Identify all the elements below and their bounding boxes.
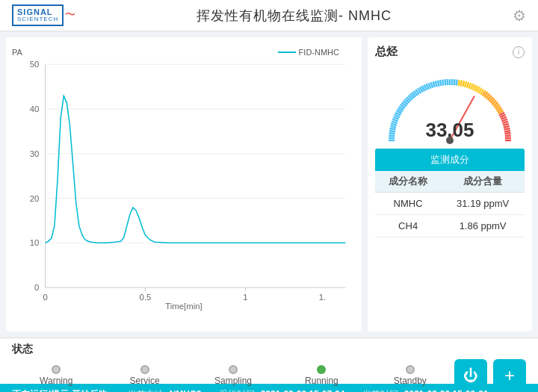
svg-line-24 [389,131,395,131]
table-cell-value: 31.19 ppmV [441,193,525,215]
gauge-title-row: 总烃 i [375,45,525,59]
svg-line-27 [391,124,397,125]
gauge-title: 总烃 [375,45,398,59]
table-header: 监测成分 [375,149,525,171]
footer-current-time: 当前时间: 2021-03-20 15:09:31 [362,388,488,393]
status-dot-standby [406,365,415,374]
status-item-running: Running [277,365,365,386]
gauge-section: 总烃 i [368,37,532,149]
svg-line-57 [442,80,443,86]
table-row: NMHC 31.19 ppmV [375,193,525,215]
chart-legend: FID-NMHC [278,48,339,57]
logo-scientech: SCIENTECH [17,16,58,23]
svg-line-52 [431,82,433,88]
table-col-name: 成分名称 [375,171,441,193]
table-cell-name: NMHC [375,193,441,215]
footer-sample-label: 采样时间: [219,388,257,393]
svg-line-64 [459,80,460,86]
status-dot-warning [52,365,61,374]
svg-line-63 [457,80,457,86]
y-axis-label: PA [12,48,22,57]
legend-label: FID-NMHC [299,48,339,57]
table-cell-name: CH4 [375,215,441,237]
status-dot-running [317,365,326,374]
svg-line-98 [505,136,511,137]
footer-current-label: 当前时间: [362,388,401,393]
svg-text:40: 40 [30,105,40,113]
status-text-warning: Warning [40,376,72,386]
right-panel: 总烃 i [368,37,532,332]
svg-text:Time[min]: Time[min] [165,302,202,311]
header: SIGNAL SCIENTECH 〜 挥发性有机物在线监测- NMHC ⚙ [0,0,538,31]
footer-sample-value: 2021-03-20 15:07:24 [261,389,345,392]
svg-line-54 [436,81,437,87]
svg-line-25 [390,128,396,130]
power-button[interactable]: ⏻ [454,359,487,392]
status-text-standby: Standby [394,376,427,386]
svg-text:50: 50 [30,60,40,69]
logo-wave-icon: 〜 [65,8,75,22]
status-item-warning: Warning [12,365,100,386]
table-row: CH4 1.86 ppmV [375,215,525,237]
svg-line-66 [463,81,464,87]
svg-line-28 [392,122,398,123]
footer-sample-time: 采样时间: 2021-03-20 15:07:24 [219,388,344,393]
svg-line-65 [460,81,462,87]
svg-text:1: 1 [243,293,247,302]
status-label: 状态 [12,343,526,356]
footer-status-text: 正在运行(提示:开始反吹. [12,388,110,393]
status-section: 状态 WarningServiceSamplingRunningStandby … [0,337,538,384]
table-col-value: 成分含量 [441,171,525,193]
plus-button[interactable]: + [493,359,526,392]
footer-method: 当前方法: NMHC2 [128,388,201,393]
status-text-running: Running [305,376,338,386]
svg-line-93 [503,124,509,125]
status-dot-service [140,365,149,374]
svg-text:10: 10 [30,238,40,247]
svg-line-96 [504,131,510,131]
status-dot-sampling [229,365,238,374]
svg-line-68 [467,82,469,88]
svg-line-53 [433,81,435,87]
svg-line-56 [440,80,441,86]
svg-text:20: 20 [30,194,40,203]
footer-method-label: 当前方法: [128,388,166,393]
table-cell-value: 1.86 ppmV [441,215,525,237]
svg-line-26 [390,126,396,128]
status-item-standby: Standby [366,365,454,386]
logo: SIGNAL SCIENTECH 〜 [12,4,75,26]
svg-line-94 [504,126,510,128]
status-items: WarningServiceSamplingRunningStandby [12,365,454,386]
svg-line-55 [438,81,439,87]
status-item-service: Service [100,365,188,386]
svg-text:0.5: 0.5 [140,293,152,302]
svg-text:1.: 1. [319,293,326,302]
svg-text:33.05: 33.05 [425,119,474,141]
svg-line-22 [389,136,395,137]
page-title: 挥发性有机物在线监测- NMHC [197,7,392,25]
footer-status: 正在运行(提示:开始反吹. [12,388,110,393]
info-icon: i [513,46,525,58]
gauge-container: 33.05 [379,62,521,144]
data-table: 成分名称 成分含量 NMHC 31.19 ppmV CH4 1.86 ppmV [375,171,525,237]
status-item-sampling: Sampling [189,365,277,386]
chart-area: PA FID-NMHC 50 40 30 20 10 0 0 [6,37,362,332]
svg-text:0: 0 [43,293,47,302]
logo-box: SIGNAL SCIENTECH [12,4,64,26]
data-table-section: 监测成分 成分名称 成分含量 NMHC 31.19 ppmV CH4 1.86 … [368,149,532,332]
svg-text:30: 30 [30,149,40,158]
gauge-svg: 33.05 [379,62,521,144]
main-content: PA FID-NMHC 50 40 30 20 10 0 0 [0,31,538,337]
status-text-service: Service [130,376,160,386]
svg-text:0: 0 [34,283,39,292]
svg-line-67 [465,81,466,87]
footer-method-value: NMHC2 [170,389,202,392]
svg-line-62 [454,79,455,85]
chart-svg: 50 40 30 20 10 0 0 0.5 1 1. Time[min] [13,57,354,311]
gear-icon[interactable]: ⚙ [513,7,526,25]
svg-line-92 [502,122,508,123]
status-text-sampling: Sampling [214,376,252,386]
svg-line-95 [504,128,510,130]
svg-line-97 [504,133,510,134]
status-buttons: ⏻ + [454,359,526,392]
